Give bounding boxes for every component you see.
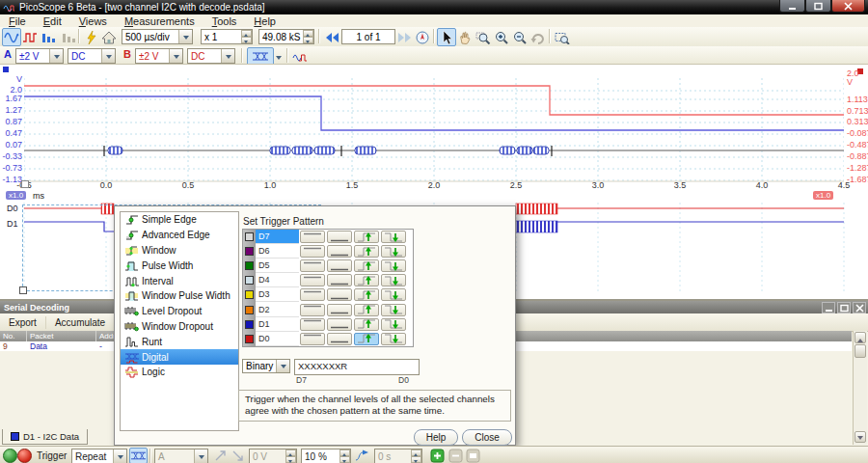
spin-up-icon[interactable] [303,30,313,37]
pattern-rising-edge-button[interactable] [354,288,379,301]
pattern-rising-edge-button[interactable] [354,274,379,286]
axis-origin-handle[interactable] [21,180,29,188]
menu-item[interactable]: Tools [203,15,246,27]
channel-a-range-combo[interactable]: ±2 V [15,48,64,64]
menu-item[interactable]: File [0,15,35,27]
stop-capture-button[interactable] [17,449,32,463]
dropdown-arrow-icon[interactable] [221,49,234,63]
scrollbar-thumb[interactable] [854,344,866,358]
serial-scrollbar[interactable] [853,331,867,445]
pattern-value-field[interactable]: XXXXXXXR [294,359,420,375]
pattern-high-level-button[interactable] [300,245,325,258]
timebase-combo[interactable]: 500 µs/div [122,29,193,44]
serial-tab[interactable]: D1 - I2C Data [2,429,88,445]
trigger-reference-icon[interactable] [353,448,371,463]
dropdown-arrow-icon[interactable] [169,49,182,63]
pattern-rising-edge-button[interactable] [354,245,379,258]
pattern-falling-edge-button[interactable] [381,231,406,243]
pattern-format-combo[interactable]: Binary [242,359,290,373]
trigger-type-item[interactable]: Advanced Edge [121,228,238,243]
pattern-channel-name[interactable]: D7 [256,230,299,244]
trigger-type-item[interactable]: Interval [121,273,238,288]
pattern-falling-edge-button[interactable] [381,304,406,316]
spin-down-icon[interactable] [241,37,252,43]
scroll-down-icon[interactable] [854,431,866,443]
pattern-low-level-button[interactable] [327,245,352,258]
maximize-button[interactable] [805,0,831,13]
channel-a-coupling-combo[interactable]: DC [68,48,116,64]
digital-channel-label[interactable]: D1 [7,219,18,229]
menu-item[interactable]: Measurements [116,15,203,27]
menu-item[interactable]: Views [70,15,116,27]
pattern-rising-edge-button[interactable] [354,231,379,243]
pattern-falling-edge-button[interactable] [381,318,406,331]
trigger-type-item[interactable]: Logic [121,365,238,380]
pattern-falling-edge-button[interactable] [381,288,406,301]
pattern-falling-edge-button[interactable] [381,274,406,286]
pattern-rising-edge-button[interactable] [354,333,379,345]
channel-b-range-combo[interactable]: ±2 V [135,48,183,64]
pattern-high-level-button[interactable] [300,259,325,272]
zoom-out-tool-button[interactable] [510,28,529,46]
trigger-type-item[interactable]: Window [121,243,238,259]
pattern-falling-edge-button[interactable] [381,259,406,272]
digital-resize-handle[interactable] [19,286,27,294]
help-button[interactable]: Help [414,429,458,446]
digital-channel-label[interactable]: D0 [7,204,18,213]
marquee-zoom-button[interactable] [553,28,572,46]
serial-toolbar-button[interactable]: Export [0,316,46,329]
pattern-high-level-button[interactable] [300,288,325,301]
channel-b-coupling-combo[interactable]: DC [187,48,235,64]
start-capture-button[interactable] [3,449,17,463]
pattern-falling-edge-button[interactable] [381,333,406,345]
trigger-type-item[interactable]: Window Dropout [121,319,238,335]
pretrigger-spinner[interactable]: 10 % [301,449,351,463]
panel-close-icon[interactable] [853,302,866,313]
pattern-rising-edge-button[interactable] [354,304,379,316]
spin-up-icon[interactable] [339,449,350,456]
pattern-low-level-button[interactable] [327,231,352,243]
pointer-tool-button[interactable] [437,28,456,46]
dropdown-arrow-icon[interactable] [178,30,192,43]
add-measurement-button[interactable] [428,448,447,463]
hand-tool-button[interactable] [455,28,475,46]
pattern-rising-edge-button[interactable] [354,259,379,272]
pattern-channel-name[interactable]: D6 [256,244,299,259]
pattern-high-level-button[interactable] [300,274,325,286]
pattern-high-level-button[interactable] [300,231,325,243]
scope-view-button[interactable] [2,28,21,46]
dropdown-arrow-icon[interactable] [276,360,289,372]
pattern-low-level-button[interactable] [327,288,352,301]
close-button[interactable] [831,0,865,13]
digital-trigger-icon[interactable] [129,448,148,463]
dropdown-arrow-icon[interactable] [113,449,126,463]
buffer-navigator-button[interactable] [413,28,432,46]
trigger-type-item[interactable]: Window Pulse Width [121,288,238,304]
dropdown-arrow-icon[interactable] [49,49,63,63]
zoom-in-tool-button[interactable] [492,28,511,46]
pattern-high-level-button[interactable] [300,318,325,331]
pattern-channel-name[interactable]: D2 [256,302,299,316]
panel-minimize-icon[interactable] [822,302,835,313]
prev-buffer-button[interactable] [322,28,341,46]
trigger-type-item[interactable]: Runt [121,334,238,349]
pattern-low-level-button[interactable] [327,259,352,272]
pattern-channel-name[interactable]: D4 [256,273,299,287]
trigger-type-item[interactable]: Simple Edge [121,212,238,228]
pattern-low-level-button[interactable] [327,304,352,316]
zoom-window-tool-button[interactable] [474,28,493,46]
pattern-high-level-button[interactable] [300,304,325,316]
pattern-falling-edge-button[interactable] [381,245,406,258]
samples-spinner[interactable]: 49.08 kS [258,29,314,44]
channel-b-label[interactable]: B [123,48,131,60]
pattern-channel-name[interactable]: D1 [256,317,299,332]
close-dialog-button[interactable]: Close [462,429,512,446]
spin-up-icon[interactable] [241,30,252,37]
menu-item[interactable]: Edit [35,15,70,27]
trigger-type-item[interactable]: Level Dropout [121,304,238,319]
properties-button[interactable] [82,28,101,46]
serial-toolbar-button[interactable]: Accumulate [46,316,115,329]
channel-a-axis-marker[interactable] [3,67,9,72]
channel-a-label[interactable]: A [4,48,12,60]
scroll-up-icon[interactable] [854,332,866,343]
